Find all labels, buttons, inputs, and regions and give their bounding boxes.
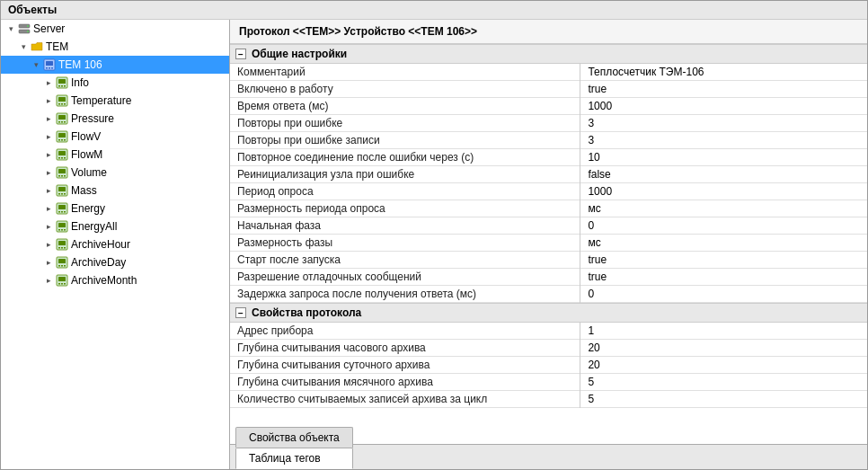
prop-value-protocol-0: 1 <box>580 323 867 340</box>
table-row[interactable]: Адрес прибора1 <box>230 323 867 340</box>
right-panel: Протокол <<ТЕМ>> Устройство <<ТЕМ 106>> … <box>230 20 867 469</box>
table-row[interactable]: Разрешение отладочных сообщенийtrue <box>230 269 867 286</box>
tree-toggle-tem106[interactable]: ▾ <box>30 58 42 71</box>
svg-rect-13 <box>64 85 66 87</box>
prop-value-general-6: false <box>580 166 867 183</box>
tree-item-flowv[interactable]: ▸ FlowV <box>1 128 229 146</box>
tree-item-archiveday[interactable]: ▸ ArchiveDay <box>1 253 229 271</box>
svg-rect-33 <box>64 157 66 159</box>
svg-rect-68 <box>64 283 66 285</box>
svg-rect-47 <box>61 211 63 213</box>
tree-container: ▾ Server▾ TEM▾ ТЕМ 106▸ Info▸ Temperatur… <box>1 20 229 289</box>
svg-rect-56 <box>58 247 60 249</box>
table-row[interactable]: Повторное соединение после ошибки через … <box>230 149 867 166</box>
tree-toggle-pressure[interactable]: ▸ <box>42 112 55 125</box>
tree-toggle-flowv[interactable]: ▸ <box>42 130 55 143</box>
prop-name-general-3: Повторы при ошибке <box>230 115 580 132</box>
svg-rect-28 <box>64 139 66 141</box>
folder-icon <box>30 40 44 54</box>
sections-container: −Общие настройкиКомментарийТеплосчетчик … <box>230 44 867 408</box>
table-row[interactable]: КомментарийТеплосчетчик ТЭМ-106 <box>230 64 867 81</box>
prop-name-general-8: Размерность периода опроса <box>230 200 580 217</box>
device-icon <box>42 58 57 72</box>
tree-item-tem106[interactable]: ▾ ТЕМ 106 <box>1 56 229 74</box>
prop-value-general-0: Теплосчетчик ТЭМ-106 <box>580 64 867 81</box>
tree-item-pressure[interactable]: ▸ Pressure <box>1 110 229 128</box>
properties-area: −Общие настройкиКомментарийТеплосчетчик … <box>230 44 867 444</box>
table-row[interactable]: Глубина считывания суточного архива20 <box>230 357 867 374</box>
tree-item-temperature[interactable]: ▸ Temperature <box>1 92 229 110</box>
svg-rect-62 <box>61 265 63 267</box>
prop-name-general-13: Задержка запроса после получения ответа … <box>230 286 580 303</box>
svg-rect-38 <box>64 175 66 177</box>
table-row[interactable]: Начальная фаза0 <box>230 217 867 235</box>
table-row[interactable]: Размерность периода опросамс <box>230 200 867 217</box>
prop-value-general-7: 1000 <box>580 183 867 200</box>
tree-toggle-archivemonth[interactable]: ▸ <box>42 274 55 287</box>
table-row[interactable]: Включено в работуtrue <box>230 81 867 98</box>
table-row[interactable]: Размерность фазымс <box>230 235 867 252</box>
svg-rect-63 <box>64 265 66 267</box>
table-row[interactable]: Время ответа (мс)1000 <box>230 98 867 115</box>
prop-name-general-9: Начальная фаза <box>230 217 580 235</box>
svg-rect-25 <box>58 133 66 137</box>
prop-name-protocol-3: Глубина считывания мясячного архива <box>230 374 580 391</box>
tree-item-energyall[interactable]: ▸ EnergyAll <box>1 217 229 235</box>
tree-toggle-server[interactable]: ▾ <box>4 22 17 35</box>
tree-toggle-info[interactable]: ▸ <box>42 76 55 89</box>
sub-icon <box>55 183 69 198</box>
prop-value-general-13: 0 <box>580 286 867 303</box>
svg-rect-20 <box>58 115 66 120</box>
table-row[interactable]: Период опроса1000 <box>230 183 867 200</box>
tree-toggle-energyall[interactable]: ▸ <box>42 220 55 233</box>
tree-item-info[interactable]: ▸ Info <box>1 74 229 92</box>
tab-tags[interactable]: Таблица тегов <box>235 448 353 469</box>
sub-icon <box>55 129 69 144</box>
tree-toggle-energy[interactable]: ▸ <box>42 202 55 215</box>
svg-rect-11 <box>58 85 60 87</box>
svg-rect-36 <box>58 175 60 177</box>
tree-item-energy[interactable]: ▸ Energy <box>1 200 229 217</box>
tab-properties[interactable]: Свойства объекта <box>235 427 353 448</box>
table-row[interactable]: Глубина считывания часового архива20 <box>230 340 867 357</box>
svg-rect-18 <box>64 103 66 105</box>
tree-item-archivehour[interactable]: ▸ ArchiveHour <box>1 235 229 253</box>
tree-item-volume[interactable]: ▸ Volume <box>1 164 229 182</box>
table-row[interactable]: Задержка запроса после получения ответа … <box>230 286 867 303</box>
prop-value-general-9: 0 <box>580 217 867 235</box>
section-collapse-protocol[interactable]: − <box>235 307 246 318</box>
svg-rect-31 <box>58 157 60 159</box>
svg-rect-26 <box>58 139 60 141</box>
svg-rect-27 <box>61 139 63 141</box>
svg-point-3 <box>27 31 29 32</box>
svg-rect-5 <box>46 61 53 66</box>
tree-toggle-tem[interactable]: ▾ <box>17 40 30 53</box>
svg-rect-32 <box>61 157 63 159</box>
table-row[interactable]: Повторы при ошибке3 <box>230 115 867 132</box>
table-row[interactable]: Глубина считывания мясячного архива5 <box>230 374 867 391</box>
svg-rect-40 <box>58 187 66 191</box>
tree-item-mass[interactable]: ▸ Mass <box>1 182 229 200</box>
prop-value-general-12: true <box>580 269 867 286</box>
svg-rect-67 <box>61 283 63 285</box>
tree-item-archivemonth[interactable]: ▸ ArchiveMonth <box>1 271 229 289</box>
table-row[interactable]: Реинициализация узла при ошибкеfalse <box>230 166 867 183</box>
table-row[interactable]: Количество считываемых записей архива за… <box>230 391 867 408</box>
sub-icon <box>55 237 69 252</box>
tree-item-tem[interactable]: ▾ TEM <box>1 38 229 56</box>
tree-toggle-mass[interactable]: ▸ <box>42 184 55 197</box>
prop-value-protocol-2: 20 <box>580 357 867 374</box>
section-collapse-general[interactable]: − <box>235 49 246 59</box>
table-row[interactable]: Старт после запускаtrue <box>230 252 867 269</box>
table-row[interactable]: Повторы при ошибке записи3 <box>230 132 867 149</box>
tree-toggle-temperature[interactable]: ▸ <box>42 94 55 107</box>
tree-toggle-volume[interactable]: ▸ <box>42 166 55 179</box>
tree-item-server[interactable]: ▾ Server <box>1 20 229 38</box>
tree-toggle-archivehour[interactable]: ▸ <box>42 238 55 251</box>
tree-item-flowm[interactable]: ▸ FlowM <box>1 146 229 164</box>
sub-icon <box>55 75 69 90</box>
tree-toggle-archiveday[interactable]: ▸ <box>42 256 55 269</box>
tree-toggle-flowm[interactable]: ▸ <box>42 148 55 161</box>
svg-rect-37 <box>61 175 63 177</box>
tree-label-mass: Mass <box>71 184 97 197</box>
